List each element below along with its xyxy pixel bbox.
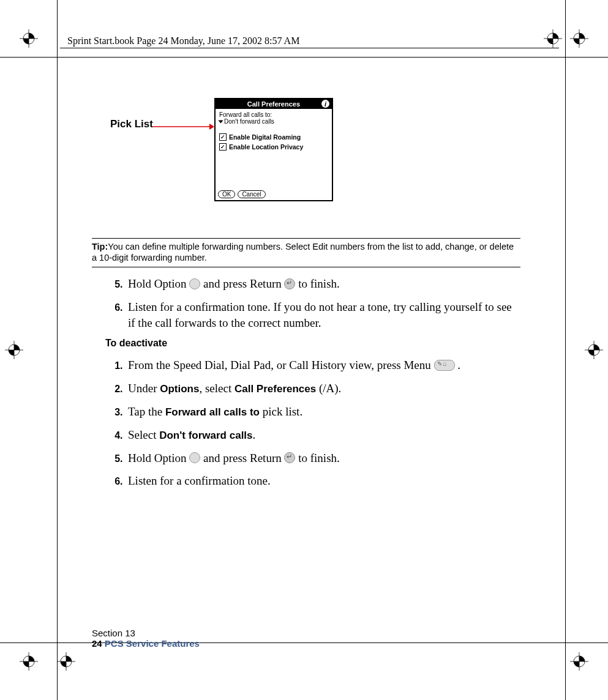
forward-label: Forward all calls to: [219, 111, 328, 118]
device-screenshot: Call Preferences i Forward all calls to:… [214, 98, 333, 201]
check-privacy-label: Enable Location Privacy [229, 143, 303, 151]
trim-right [565, 0, 566, 700]
step-d1: From the Speed Dial, Dial Pad, or Call H… [126, 357, 520, 373]
step-d2-b: Options [160, 383, 199, 395]
step-d4-a: Select [128, 428, 159, 441]
regmark-bottom-left [20, 652, 38, 671]
cancel-button: Cancel [238, 190, 265, 198]
step-d6: Listen for a confirmation tone. [126, 473, 520, 489]
return-key-icon [284, 278, 295, 289]
option-key-icon [189, 452, 200, 463]
step-5-text-a: Hold Option [128, 277, 189, 290]
page-content: Pick List Call Preferences i Forward all… [92, 92, 520, 496]
return-key-icon [284, 452, 295, 463]
step-d5: Hold Option and press Return to finish. [126, 450, 520, 466]
subheading-deactivate: To deactivate [105, 338, 520, 349]
check-roaming-label: Enable Digital Roaming [229, 133, 301, 141]
check-privacy: ✓ Enable Location Privacy [219, 143, 328, 151]
dropdown-icon [218, 120, 223, 123]
step-d2-c: , select [199, 382, 235, 395]
device-buttons: OK Cancel [218, 190, 266, 198]
option-key-icon [189, 278, 200, 289]
page-number: 24 [92, 638, 102, 649]
step-d5-c: to finish. [295, 452, 339, 464]
running-header: Sprint Start.book Page 24 Monday, June 1… [67, 35, 299, 47]
step-d1-text-b: . [455, 359, 461, 371]
checkbox-icon: ✓ [219, 143, 227, 151]
menu-key-icon [434, 360, 455, 371]
svg-marker-4 [209, 124, 214, 130]
steps-deactivate: From the Speed Dial, Dial Pad, or Call H… [92, 357, 520, 489]
trim-bottom [0, 642, 608, 643]
device-title-text: Call Preferences [247, 100, 300, 108]
step-d5-a: Hold Option [128, 452, 189, 464]
step-d3: Tap the Forward all calls to pick list. [126, 404, 520, 420]
trim-left [57, 0, 58, 700]
regmark-bottom-right [570, 652, 588, 671]
step-d2-e: (/A). [316, 382, 341, 395]
step-d4-c: . [253, 428, 256, 441]
tip-text: You can define multiple forwarding numbe… [92, 242, 514, 262]
picklist-value: Don't forward calls [224, 118, 274, 125]
ok-button: OK [218, 190, 235, 198]
step-d2-d: Call Preferences [235, 383, 316, 395]
device-title-bar: Call Preferences i [216, 99, 332, 109]
regmark-top-right [570, 29, 588, 48]
regmark-mid-left [5, 341, 23, 359]
step-d3-b: Forward all calls to [165, 406, 260, 418]
picklist-callout: Pick List [110, 118, 153, 130]
step-d5-b: and press Return [200, 452, 284, 464]
steps-continued: Hold Option and press Return to finish. … [92, 276, 520, 330]
step-5-text-c: to finish. [295, 277, 339, 290]
picklist-control: Don't forward calls [219, 118, 328, 125]
footer-section: Section 13 [92, 628, 200, 638]
page-footer: Section 13 24 PCS Service Features [92, 628, 200, 649]
regmark-top-left [20, 29, 38, 48]
footer-title: PCS Service Features [105, 638, 200, 649]
callout-arrow [153, 122, 214, 131]
step-d2-a: Under [128, 382, 160, 395]
step-d3-c: pick list. [260, 405, 302, 418]
step-5-text-b: and press Return [200, 277, 284, 290]
step-d3-a: Tap the [128, 405, 165, 418]
device-body: Forward all calls to: Don't forward call… [216, 109, 332, 153]
step-d2: Under Options, select Call Preferences (… [126, 381, 520, 397]
step-d1-text: From the Speed Dial, Dial Pad, or Call H… [128, 359, 434, 371]
regmark-top-right2 [544, 29, 562, 48]
tip-block: Tip:You can define multiple forwarding n… [92, 238, 520, 267]
step-6: Listen for a confirmation tone. If you d… [126, 299, 520, 330]
regmark-bottom-left2 [57, 652, 75, 671]
check-roaming: ✓ Enable Digital Roaming [219, 133, 328, 141]
figure-row: Pick List Call Preferences i Forward all… [110, 98, 520, 201]
header-rule [60, 48, 559, 48]
step-5: Hold Option and press Return to finish. [126, 276, 520, 292]
regmark-mid-right [585, 341, 603, 359]
step-d4-b: Don't forward calls [159, 430, 252, 441]
info-icon: i [321, 100, 329, 108]
checkbox-icon: ✓ [219, 133, 227, 141]
trim-top [0, 57, 608, 58]
tip-label: Tip: [92, 242, 108, 251]
step-d4: Select Don't forward calls. [126, 427, 520, 443]
